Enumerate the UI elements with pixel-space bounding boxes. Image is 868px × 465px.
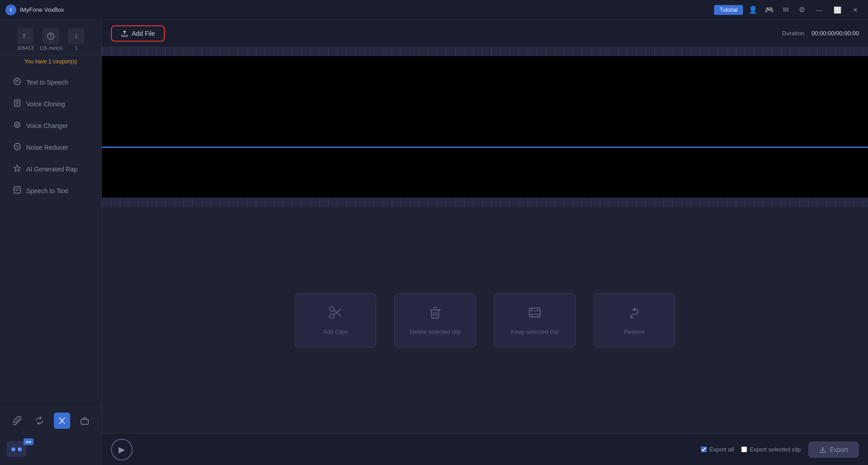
timeline-bottom-ruler: [102, 198, 868, 207]
stats-bar: T 105413 115 min(s) 1 1: [0, 24, 101, 56]
sidebar-item-text-to-speech[interactable]: Text to Speech: [4, 72, 98, 93]
svg-point-22: [330, 307, 334, 311]
add-file-button[interactable]: Add File: [111, 25, 165, 42]
svg-point-5: [14, 78, 20, 85]
svg-text:T: T: [22, 33, 26, 40]
app-icon: i: [5, 5, 16, 15]
edit-area: Add Clips Delete selected clip: [102, 207, 868, 433]
noise-reducer-icon: [13, 142, 22, 152]
briefcase-tool[interactable]: [77, 413, 93, 429]
export-selected-label[interactable]: Export selected clip: [741, 446, 801, 453]
stat-minutes: 115 min(s): [39, 28, 62, 51]
close-button[interactable]: ✕: [848, 4, 863, 16]
count-value: 1: [75, 45, 77, 51]
characters-icon: T: [17, 28, 34, 44]
voice-changer-icon: [13, 121, 22, 131]
app-title: iMyFone VoxBox: [20, 6, 64, 13]
main-layout: T 105413 115 min(s) 1 1 You have 1 coupo…: [0, 20, 868, 465]
content-area: Add File Duration 00:00:00/00:00:00: [102, 20, 868, 465]
svg-line-23: [334, 309, 341, 315]
trash-icon: [428, 305, 442, 323]
duration-label: Duration: [782, 30, 804, 37]
mail-icon[interactable]: ✉: [779, 4, 792, 16]
delete-selected-clip-card[interactable]: Delete selected clip: [394, 293, 476, 347]
coupon-bar: You have 1 coupon(s): [0, 56, 101, 67]
duration-value: 00:00:00/00:00:00: [811, 30, 859, 37]
export-button[interactable]: Export: [808, 441, 859, 458]
maximize-button[interactable]: ⬜: [830, 4, 844, 16]
titlebar: i iMyFone VoxBox Tutorial 👤 🎮 ✉ ⚙ — ⬜ ✕: [0, 0, 868, 20]
user-icon[interactable]: 👤: [747, 4, 759, 16]
sidebar-item-speech-to-text[interactable]: Speech to Text: [4, 180, 98, 201]
film-icon: [528, 305, 542, 323]
nav-section: Text to Speech Voice Cloning Voice Chang…: [0, 67, 101, 408]
bottom-bar: ▶ Export all Export selected clip: [102, 433, 868, 465]
sidebar-item-voice-cloning[interactable]: Voice Cloning: [4, 94, 98, 114]
keep-selected-clip-card[interactable]: Keep selected clip: [494, 293, 575, 347]
svg-text:1: 1: [75, 33, 77, 39]
sidebar-item-voice-changer[interactable]: Voice Changer: [4, 115, 98, 136]
voice-cloning-icon: [13, 99, 22, 109]
svg-line-3: [51, 36, 52, 37]
restore-label: Restore: [624, 328, 645, 335]
toolbar: Add File Duration 00:00:00/00:00:00: [102, 20, 868, 47]
characters-value: 105413: [17, 45, 34, 51]
attach-tool[interactable]: [9, 413, 25, 429]
export-all-label[interactable]: Export all: [701, 446, 734, 453]
add-clips-label: Add Clips: [323, 328, 348, 335]
cut-tool[interactable]: [54, 413, 70, 429]
add-clips-card[interactable]: Add Clips: [295, 293, 376, 347]
sidebar-bottom-tools: [0, 408, 101, 433]
sidebar-item-ai-generated-rap[interactable]: AI Generated Rap: [4, 159, 98, 180]
svg-point-21: [330, 314, 334, 318]
audio-area: [102, 148, 868, 198]
export-options: Export all Export selected clip Export: [701, 441, 859, 458]
svg-line-24: [334, 310, 341, 316]
text-to-speech-icon: [13, 77, 22, 87]
video-area: [102, 56, 868, 147]
export-all-checkbox[interactable]: [701, 446, 707, 452]
sidebar-item-noise-reducer[interactable]: Noise Reducer: [4, 137, 98, 158]
titlebar-left: i iMyFone VoxBox: [5, 5, 64, 15]
upload-icon: [121, 30, 128, 37]
loop-tool[interactable]: [31, 413, 48, 429]
count-icon: 1: [68, 28, 84, 44]
keep-clip-label: Keep selected clip: [511, 328, 559, 335]
sidebar: T 105413 115 min(s) 1 1 You have 1 coupo…: [0, 20, 102, 465]
delete-clip-label: Delete selected clip: [410, 328, 461, 335]
minimize-button[interactable]: —: [812, 4, 826, 16]
settings-icon[interactable]: ⚙: [796, 4, 808, 16]
restore-card[interactable]: Restore: [594, 293, 675, 347]
restore-icon: [627, 305, 642, 323]
game-icon[interactable]: 🎮: [763, 4, 776, 16]
stat-count: 1 1: [68, 28, 84, 51]
ai-rap-icon: [13, 164, 22, 174]
svg-rect-15: [14, 187, 20, 193]
scissors-icon: [328, 305, 343, 323]
svg-rect-20: [81, 419, 88, 424]
svg-rect-31: [529, 308, 540, 317]
titlebar-right: Tutorial 👤 🎮 ✉ ⚙ — ⬜ ✕: [714, 4, 863, 16]
minutes-value: 115 min(s): [39, 45, 62, 51]
export-icon: [819, 446, 826, 453]
svg-point-13: [16, 124, 19, 126]
speech-to-text-icon: [13, 186, 22, 196]
tutorial-button[interactable]: Tutorial: [714, 5, 743, 15]
export-selected-checkbox[interactable]: [741, 446, 747, 452]
play-button[interactable]: ▶: [111, 439, 133, 460]
minutes-icon: [43, 28, 59, 44]
svg-point-12: [14, 122, 20, 128]
timeline-top-ruler: [102, 47, 868, 56]
stat-characters: T 105413: [17, 28, 34, 51]
